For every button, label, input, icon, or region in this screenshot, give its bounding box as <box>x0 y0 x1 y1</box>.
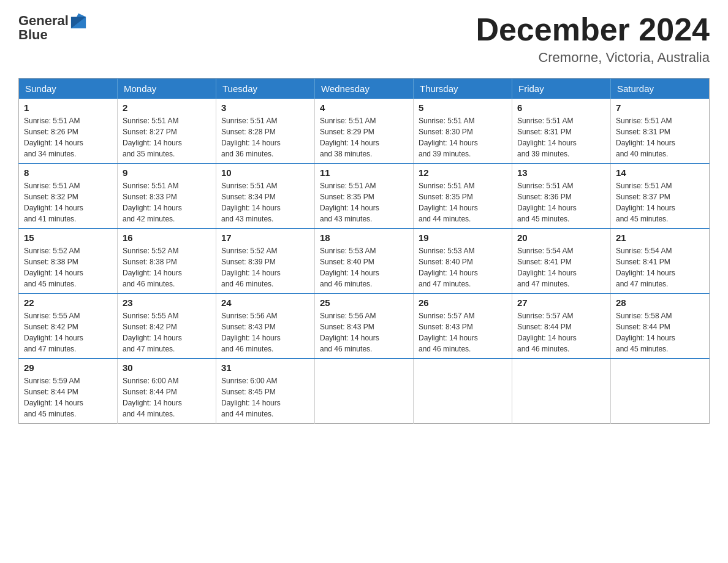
day-info: Sunrise: 5:51 AM Sunset: 8:31 PM Dayligh… <box>517 115 605 159</box>
day-info: Sunrise: 5:58 AM Sunset: 8:44 PM Dayligh… <box>616 310 704 354</box>
day-number: 18 <box>320 232 408 243</box>
table-row: 17 Sunrise: 5:52 AM Sunset: 8:39 PM Dayl… <box>216 229 315 294</box>
day-info: Sunrise: 5:51 AM Sunset: 8:26 PM Dayligh… <box>24 115 112 159</box>
table-row: 29 Sunrise: 5:59 AM Sunset: 8:44 PM Dayl… <box>19 359 118 424</box>
day-info: Sunrise: 5:51 AM Sunset: 8:30 PM Dayligh… <box>419 115 507 159</box>
day-info: Sunrise: 5:51 AM Sunset: 8:32 PM Dayligh… <box>24 180 112 224</box>
day-info: Sunrise: 5:51 AM Sunset: 8:34 PM Dayligh… <box>221 180 309 224</box>
day-number: 20 <box>517 232 605 243</box>
table-row: 2 Sunrise: 5:51 AM Sunset: 8:27 PM Dayli… <box>118 99 216 164</box>
table-row <box>512 359 611 424</box>
calendar-week-row: 29 Sunrise: 5:59 AM Sunset: 8:44 PM Dayl… <box>19 359 710 424</box>
table-row <box>611 359 710 424</box>
table-row: 1 Sunrise: 5:51 AM Sunset: 8:26 PM Dayli… <box>19 99 118 164</box>
logo-text-blue: Blue <box>18 27 48 43</box>
table-row: 28 Sunrise: 5:58 AM Sunset: 8:44 PM Dayl… <box>611 294 710 359</box>
day-number: 6 <box>517 102 605 113</box>
day-number: 2 <box>123 102 211 113</box>
day-info: Sunrise: 5:53 AM Sunset: 8:40 PM Dayligh… <box>419 245 507 289</box>
day-number: 13 <box>517 167 605 178</box>
table-row: 5 Sunrise: 5:51 AM Sunset: 8:30 PM Dayli… <box>414 99 512 164</box>
table-row: 21 Sunrise: 5:54 AM Sunset: 8:41 PM Dayl… <box>611 229 710 294</box>
page-header: General Blue December 2024 Cremorne, Vic… <box>18 12 710 66</box>
day-number: 4 <box>320 102 408 113</box>
day-info: Sunrise: 6:00 AM Sunset: 8:44 PM Dayligh… <box>123 375 211 419</box>
calendar-week-row: 15 Sunrise: 5:52 AM Sunset: 8:38 PM Dayl… <box>19 229 710 294</box>
day-info: Sunrise: 5:51 AM Sunset: 8:27 PM Dayligh… <box>123 115 211 159</box>
day-info: Sunrise: 5:55 AM Sunset: 8:42 PM Dayligh… <box>123 310 211 354</box>
col-monday: Monday <box>118 79 216 99</box>
table-row <box>315 359 414 424</box>
table-row: 19 Sunrise: 5:53 AM Sunset: 8:40 PM Dayl… <box>414 229 512 294</box>
day-info: Sunrise: 5:59 AM Sunset: 8:44 PM Dayligh… <box>24 375 112 419</box>
day-number: 3 <box>221 102 309 113</box>
day-number: 11 <box>320 167 408 178</box>
day-info: Sunrise: 5:56 AM Sunset: 8:43 PM Dayligh… <box>320 310 408 354</box>
day-info: Sunrise: 5:51 AM Sunset: 8:29 PM Dayligh… <box>320 115 408 159</box>
table-row: 6 Sunrise: 5:51 AM Sunset: 8:31 PM Dayli… <box>512 99 611 164</box>
table-row <box>414 359 512 424</box>
col-friday: Friday <box>512 79 611 99</box>
day-number: 25 <box>320 297 408 308</box>
table-row: 16 Sunrise: 5:52 AM Sunset: 8:38 PM Dayl… <box>118 229 216 294</box>
table-row: 14 Sunrise: 5:51 AM Sunset: 8:37 PM Dayl… <box>611 164 710 229</box>
day-number: 15 <box>24 232 112 243</box>
day-info: Sunrise: 5:57 AM Sunset: 8:43 PM Dayligh… <box>419 310 507 354</box>
day-number: 28 <box>616 297 704 308</box>
day-info: Sunrise: 5:54 AM Sunset: 8:41 PM Dayligh… <box>517 245 605 289</box>
day-info: Sunrise: 5:56 AM Sunset: 8:43 PM Dayligh… <box>221 310 309 354</box>
day-number: 16 <box>123 232 211 243</box>
table-row: 11 Sunrise: 5:51 AM Sunset: 8:35 PM Dayl… <box>315 164 414 229</box>
month-year-title: December 2024 <box>476 12 710 47</box>
day-info: Sunrise: 5:51 AM Sunset: 8:35 PM Dayligh… <box>320 180 408 224</box>
day-info: Sunrise: 5:51 AM Sunset: 8:33 PM Dayligh… <box>123 180 211 224</box>
table-row: 13 Sunrise: 5:51 AM Sunset: 8:36 PM Dayl… <box>512 164 611 229</box>
day-number: 12 <box>419 167 507 178</box>
day-info: Sunrise: 5:52 AM Sunset: 8:38 PM Dayligh… <box>123 245 211 289</box>
calendar-table: Sunday Monday Tuesday Wednesday Thursday… <box>18 78 710 424</box>
day-number: 30 <box>123 362 211 373</box>
location-subtitle: Cremorne, Victoria, Australia <box>476 50 710 66</box>
table-row: 9 Sunrise: 5:51 AM Sunset: 8:33 PM Dayli… <box>118 164 216 229</box>
day-info: Sunrise: 5:51 AM Sunset: 8:31 PM Dayligh… <box>616 115 704 159</box>
table-row: 26 Sunrise: 5:57 AM Sunset: 8:43 PM Dayl… <box>414 294 512 359</box>
day-info: Sunrise: 5:51 AM Sunset: 8:37 PM Dayligh… <box>616 180 704 224</box>
calendar-header-row: Sunday Monday Tuesday Wednesday Thursday… <box>19 79 710 99</box>
logo: General Blue <box>18 12 87 43</box>
table-row: 25 Sunrise: 5:56 AM Sunset: 8:43 PM Dayl… <box>315 294 414 359</box>
day-info: Sunrise: 5:52 AM Sunset: 8:39 PM Dayligh… <box>221 245 309 289</box>
table-row: 27 Sunrise: 5:57 AM Sunset: 8:44 PM Dayl… <box>512 294 611 359</box>
day-info: Sunrise: 5:57 AM Sunset: 8:44 PM Dayligh… <box>517 310 605 354</box>
table-row: 4 Sunrise: 5:51 AM Sunset: 8:29 PM Dayli… <box>315 99 414 164</box>
calendar-week-row: 8 Sunrise: 5:51 AM Sunset: 8:32 PM Dayli… <box>19 164 710 229</box>
col-sunday: Sunday <box>19 79 118 99</box>
day-number: 21 <box>616 232 704 243</box>
day-number: 8 <box>24 167 112 178</box>
day-info: Sunrise: 5:55 AM Sunset: 8:42 PM Dayligh… <box>24 310 112 354</box>
day-number: 23 <box>123 297 211 308</box>
table-row: 24 Sunrise: 5:56 AM Sunset: 8:43 PM Dayl… <box>216 294 315 359</box>
table-row: 31 Sunrise: 6:00 AM Sunset: 8:45 PM Dayl… <box>216 359 315 424</box>
logo-icon <box>70 12 87 29</box>
day-number: 26 <box>419 297 507 308</box>
col-tuesday: Tuesday <box>216 79 315 99</box>
day-number: 14 <box>616 167 704 178</box>
day-number: 5 <box>419 102 507 113</box>
day-info: Sunrise: 5:53 AM Sunset: 8:40 PM Dayligh… <box>320 245 408 289</box>
table-row: 18 Sunrise: 5:53 AM Sunset: 8:40 PM Dayl… <box>315 229 414 294</box>
day-number: 10 <box>221 167 309 178</box>
day-number: 17 <box>221 232 309 243</box>
day-info: Sunrise: 5:54 AM Sunset: 8:41 PM Dayligh… <box>616 245 704 289</box>
day-number: 19 <box>419 232 507 243</box>
day-number: 24 <box>221 297 309 308</box>
table-row: 10 Sunrise: 5:51 AM Sunset: 8:34 PM Dayl… <box>216 164 315 229</box>
day-number: 27 <box>517 297 605 308</box>
table-row: 12 Sunrise: 5:51 AM Sunset: 8:35 PM Dayl… <box>414 164 512 229</box>
day-number: 22 <box>24 297 112 308</box>
table-row: 30 Sunrise: 6:00 AM Sunset: 8:44 PM Dayl… <box>118 359 216 424</box>
table-row: 22 Sunrise: 5:55 AM Sunset: 8:42 PM Dayl… <box>19 294 118 359</box>
day-number: 31 <box>221 362 309 373</box>
day-number: 1 <box>24 102 112 113</box>
table-row: 3 Sunrise: 5:51 AM Sunset: 8:28 PM Dayli… <box>216 99 315 164</box>
table-row: 7 Sunrise: 5:51 AM Sunset: 8:31 PM Dayli… <box>611 99 710 164</box>
